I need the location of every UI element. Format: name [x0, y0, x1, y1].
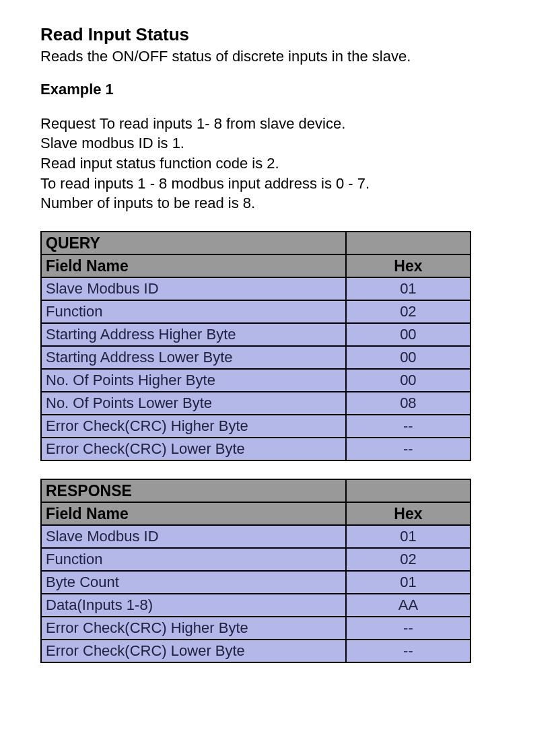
response-table: RESPONSE Field Name Hex Slave Modbus ID0…	[40, 479, 471, 663]
col-header-hex: Hex	[346, 254, 470, 277]
col-header-label: Field Name	[41, 502, 346, 525]
desc-line: Number of inputs to be read is 8.	[40, 193, 518, 213]
table-row: Data(Inputs 1-8)AA	[41, 594, 470, 617]
table-row: No. Of Points Higher Byte00	[41, 369, 470, 392]
cell-label: Starting Address Lower Byte	[41, 346, 346, 369]
example-label: Example 1	[40, 80, 518, 99]
table-row: Error Check(CRC) Higher Byte--	[41, 415, 470, 438]
table-row: Function02	[41, 548, 470, 571]
cell-label: Error Check(CRC) Higher Byte	[41, 415, 346, 438]
table-name-cell: RESPONSE	[41, 479, 346, 502]
cell-label: Error Check(CRC) Lower Byte	[41, 640, 346, 662]
desc-line: Slave modbus ID is 1.	[40, 133, 518, 153]
query-table: QUERY Field Name Hex Slave Modbus ID01 F…	[40, 231, 471, 461]
desc-line: Request To read inputs 1- 8 from slave d…	[40, 114, 518, 134]
table-name-cell: QUERY	[41, 232, 346, 254]
cell-label: Slave Modbus ID	[41, 525, 346, 548]
cell-hex: 00	[346, 346, 470, 369]
table-row: Error Check(CRC) Lower Byte--	[41, 640, 470, 662]
cell-hex: --	[346, 617, 470, 640]
cell-hex: --	[346, 415, 470, 438]
cell-label: Slave Modbus ID	[41, 277, 346, 300]
cell-hex: 01	[346, 571, 470, 594]
table-row: Byte Count01	[41, 571, 470, 594]
cell-hex: 08	[346, 392, 470, 415]
description-block: Request To read inputs 1- 8 from slave d…	[40, 114, 518, 213]
desc-line: To read inputs 1 - 8 modbus input addres…	[40, 174, 518, 194]
cell-hex: 01	[346, 277, 470, 300]
cell-label: Error Check(CRC) Higher Byte	[41, 617, 346, 640]
cell-label: Byte Count	[41, 571, 346, 594]
cell-label: Error Check(CRC) Lower Byte	[41, 438, 346, 460]
cell-label: Starting Address Higher Byte	[41, 323, 346, 346]
cell-hex: 00	[346, 369, 470, 392]
table-row: No. Of Points Lower Byte08	[41, 392, 470, 415]
table-row: Error Check(CRC) Higher Byte--	[41, 617, 470, 640]
page-subtitle: Reads the ON/OFF status of discrete inpu…	[40, 47, 518, 66]
desc-line: Read input status function code is 2.	[40, 153, 518, 174]
cell-hex: --	[346, 438, 470, 460]
cell-hex: 01	[346, 525, 470, 548]
table-row: Starting Address Higher Byte00	[41, 323, 470, 346]
cell-hex: --	[346, 640, 470, 662]
cell-label: Function	[41, 548, 346, 571]
col-header-hex: Hex	[346, 502, 470, 525]
table-name-empty	[346, 479, 470, 502]
cell-label: No. Of Points Higher Byte	[41, 369, 346, 392]
col-header-label: Field Name	[41, 254, 346, 277]
cell-hex: 00	[346, 323, 470, 346]
cell-hex: AA	[346, 594, 470, 617]
table-row: Slave Modbus ID01	[41, 277, 470, 300]
cell-label: Function	[41, 300, 346, 323]
table-row: Starting Address Lower Byte00	[41, 346, 470, 369]
table-name-empty	[346, 232, 470, 254]
cell-hex: 02	[346, 300, 470, 323]
table-row: Slave Modbus ID01	[41, 525, 470, 548]
cell-label: Data(Inputs 1-8)	[41, 594, 346, 617]
cell-hex: 02	[346, 548, 470, 571]
cell-label: No. Of Points Lower Byte	[41, 392, 346, 415]
table-row: Error Check(CRC) Lower Byte--	[41, 438, 470, 460]
page-title: Read Input Status	[40, 24, 518, 46]
table-row: Function02	[41, 300, 470, 323]
